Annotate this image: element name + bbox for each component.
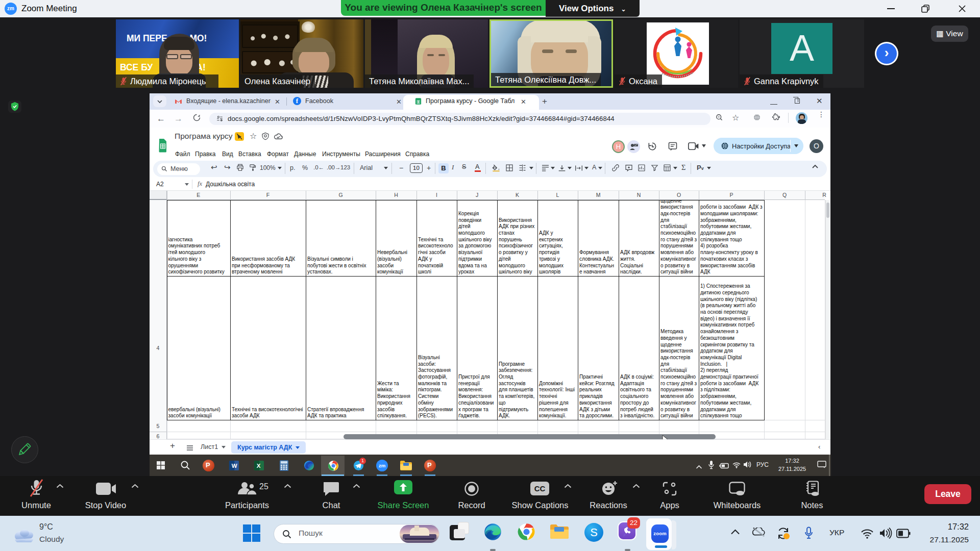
svg-text:X: X <box>257 463 261 469</box>
svg-text:W: W <box>232 463 237 469</box>
